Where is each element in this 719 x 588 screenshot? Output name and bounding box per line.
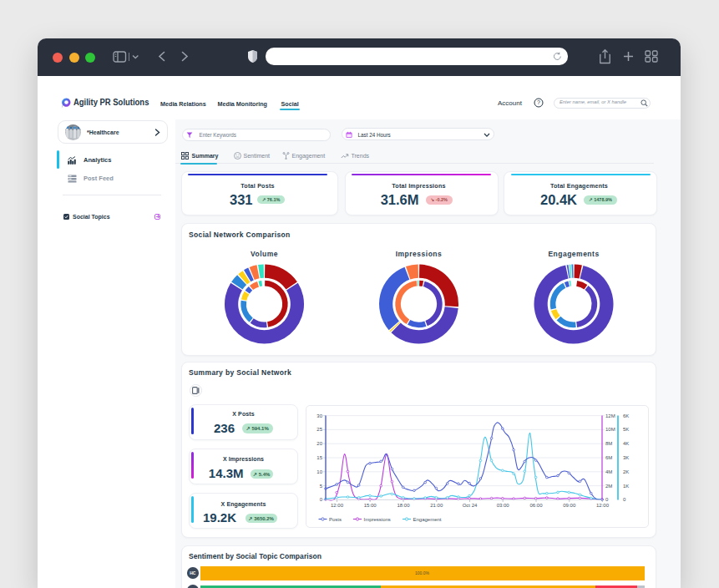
svg-text:12:00: 12:00 (596, 503, 610, 508)
svg-text:12:00: 12:00 (331, 503, 344, 508)
svg-text:21:00: 21:00 (430, 503, 443, 508)
svg-text:10M: 10M (605, 427, 615, 432)
svg-text:2M: 2M (605, 484, 612, 489)
svg-text:0: 0 (605, 497, 609, 502)
svg-text:09:00: 09:00 (563, 503, 576, 508)
svg-text:12M: 12M (605, 413, 615, 418)
svg-text:6K: 6K (623, 413, 629, 418)
svg-text:4M: 4M (605, 469, 612, 474)
svg-text:0: 0 (320, 497, 323, 502)
svg-text:0: 0 (623, 497, 626, 502)
svg-text:Impressions: Impressions (364, 517, 391, 522)
svg-text:5K: 5K (623, 427, 629, 432)
svg-text:Oct 24: Oct 24 (463, 503, 478, 508)
svg-text:Posts: Posts (329, 517, 342, 522)
svg-text:10: 10 (316, 469, 322, 474)
svg-text:06:00: 06:00 (529, 503, 543, 508)
svg-text:25: 25 (316, 427, 322, 432)
svg-text:30: 30 (316, 413, 322, 418)
svg-text:18:00: 18:00 (397, 503, 410, 508)
svg-text:8M: 8M (605, 441, 612, 446)
svg-text:6M: 6M (605, 455, 612, 460)
svg-text:15:00: 15:00 (364, 503, 377, 508)
svg-text:2K: 2K (623, 469, 629, 474)
svg-text:20: 20 (316, 441, 322, 446)
svg-text:3K: 3K (623, 455, 629, 460)
svg-text:15: 15 (316, 455, 322, 460)
svg-text:03:00: 03:00 (497, 503, 510, 508)
svg-text:?: ? (537, 99, 540, 105)
svg-text:Engagement: Engagement (413, 517, 442, 522)
svg-text:4K: 4K (623, 441, 629, 446)
svg-text:1K: 1K (623, 484, 629, 489)
svg-text:5: 5 (320, 484, 323, 489)
